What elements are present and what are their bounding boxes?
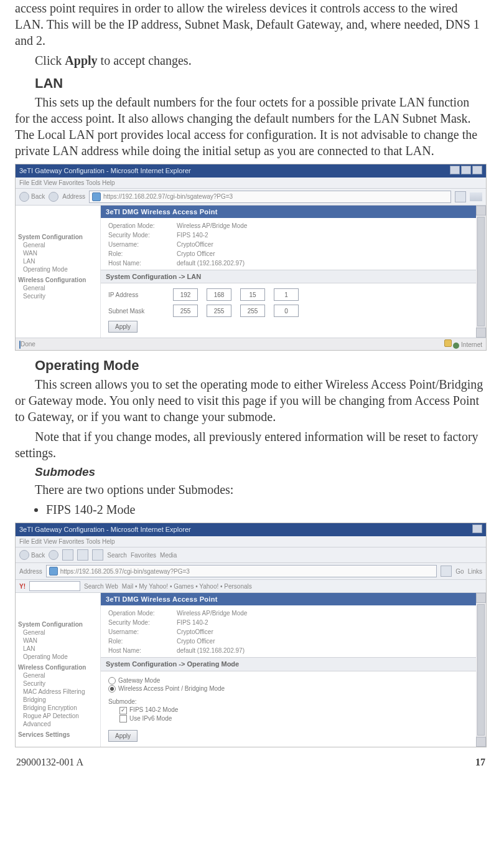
label: Gateway Mode bbox=[118, 677, 160, 684]
sidebar-item-opmode[interactable]: Operating Mode bbox=[23, 653, 98, 661]
lbl: Host Name: bbox=[108, 259, 177, 267]
sidebar-heading: Services Settings bbox=[18, 731, 98, 739]
stop-icon[interactable] bbox=[62, 549, 73, 561]
sidebar-item-wan[interactable]: WAN bbox=[23, 249, 98, 257]
refresh-icon[interactable] bbox=[77, 549, 88, 561]
nav-sidebar: 3e System Configuration General WAN LAN … bbox=[16, 593, 101, 747]
window-title: 3eTI Gateway Configuration - Microsoft I… bbox=[19, 166, 191, 175]
search-label[interactable]: Search bbox=[107, 551, 127, 559]
scrollbar[interactable] bbox=[476, 593, 486, 747]
ip-octet-2[interactable] bbox=[207, 288, 231, 301]
check-fips[interactable]: ✓FIPS 140-2 Mode bbox=[119, 706, 469, 714]
window-titlebar: 3eTI Gateway Configuration - Microsoft I… bbox=[16, 164, 486, 178]
sidebar-item-rogueap[interactable]: Rogue AP Detection bbox=[23, 712, 98, 720]
yahoo-icon[interactable]: Y! bbox=[19, 582, 26, 590]
screenshot-lan: 3eTI Gateway Configuration - Microsoft I… bbox=[15, 164, 487, 351]
links-label[interactable]: Links bbox=[468, 567, 482, 575]
lbl: Security Mode: bbox=[108, 618, 177, 627]
back-label: Back bbox=[31, 192, 45, 201]
back-button[interactable]: Back bbox=[19, 550, 45, 560]
home-icon[interactable] bbox=[92, 549, 103, 561]
yahoo-search-input[interactable] bbox=[29, 581, 80, 591]
go-label: Go bbox=[455, 567, 464, 575]
para-submodes: There are two options under Submodes: bbox=[15, 481, 487, 498]
forward-icon[interactable] bbox=[49, 550, 58, 560]
text: to accept changes. bbox=[98, 54, 192, 67]
sidebar-heading: System Configuration bbox=[18, 233, 98, 241]
mask-octet-4[interactable] bbox=[274, 305, 299, 317]
apply-button[interactable]: Apply bbox=[108, 321, 138, 333]
address-bar[interactable]: https://192.168.205.97/cgi-bin/sgateway?… bbox=[46, 565, 437, 577]
panel-title: System Configuration -> Operating Mode bbox=[101, 657, 476, 671]
sidebar-item-bridging[interactable]: Bridging bbox=[23, 696, 98, 704]
val: CryptoOfficer bbox=[177, 240, 469, 249]
yahoo-toolbar[interactable]: Y! Search Web Mail • My Yahoo! • Games •… bbox=[16, 580, 486, 593]
para-opmode-2: Note that if you change modes, all previ… bbox=[15, 429, 487, 461]
sidebar-item-wan[interactable]: WAN bbox=[23, 637, 98, 645]
sidebar-item-wgeneral[interactable]: General bbox=[23, 284, 98, 292]
para-1: access point requires in order to allow … bbox=[15, 0, 487, 49]
para-opmode-1: This screen allows you to set the operat… bbox=[15, 376, 487, 425]
window-buttons[interactable] bbox=[449, 166, 482, 176]
address-value: https://192.168.205.97/cgi-bin/sgateway?… bbox=[60, 567, 190, 575]
media-label[interactable]: Media bbox=[160, 551, 177, 559]
address-toolbar[interactable]: Address https://192.168.205.97/cgi-bin/s… bbox=[16, 563, 486, 580]
address-bar[interactable]: https://192.168.202.97/cgi-bin/sgateway?… bbox=[89, 191, 451, 203]
check-ipv6[interactable]: Use IPv6 Mode bbox=[119, 714, 469, 722]
lbl: Operation Mode: bbox=[108, 609, 177, 617]
label-mask: Subnet Mask bbox=[108, 307, 164, 315]
globe-icon bbox=[49, 567, 58, 575]
sidebar-item-advanced[interactable]: Advanced bbox=[23, 720, 98, 728]
lan-form: IP Address Subnet Mask bbox=[101, 283, 476, 338]
menu-bar[interactable]: File Edit View Favorites Tools Help bbox=[16, 178, 486, 189]
ie-throbber-icon bbox=[470, 192, 482, 201]
lock-icon bbox=[444, 339, 452, 347]
para-apply: Click Apply to accept changes. bbox=[15, 52, 487, 69]
sidebar-item-wsecurity[interactable]: Security bbox=[23, 680, 98, 688]
window-buttons[interactable] bbox=[471, 524, 482, 535]
sidebar-item-wsecurity[interactable]: Security bbox=[23, 292, 98, 300]
ip-octet-3[interactable] bbox=[240, 288, 265, 301]
lbl: Role: bbox=[108, 637, 177, 645]
sidebar-item-general[interactable]: General bbox=[23, 241, 98, 249]
status-right: Internet bbox=[444, 339, 482, 349]
sidebar-item-opmode[interactable]: Operating Mode bbox=[23, 265, 98, 273]
mask-octet-2[interactable] bbox=[207, 305, 231, 317]
status-left: Done bbox=[19, 340, 35, 349]
radio-wap[interactable]: Wireless Access Point / Bridging Mode bbox=[108, 684, 469, 693]
yahoo-search-label[interactable]: Search Web bbox=[84, 582, 118, 590]
status-bar: Done Internet bbox=[16, 338, 486, 350]
scrollbar[interactable] bbox=[476, 206, 486, 338]
mask-octet-1[interactable] bbox=[173, 305, 198, 317]
ip-octet-4[interactable] bbox=[274, 288, 299, 301]
address-value: https://192.168.202.97/cgi-bin/sgateway?… bbox=[103, 192, 233, 201]
sidebar-item-bridgeenc[interactable]: Bridging Encryption bbox=[23, 704, 98, 712]
nav-toolbar[interactable]: Back Address https://192.168.202.97/cgi-… bbox=[16, 189, 486, 206]
sidebar-item-wgeneral[interactable]: General bbox=[23, 671, 98, 680]
sidebar-item-lan[interactable]: LAN bbox=[23, 257, 98, 265]
mask-octet-3[interactable] bbox=[240, 305, 265, 317]
product-header: 3eTI DMG Wireless Access Point bbox=[101, 206, 476, 218]
val: default (192.168.202.97) bbox=[177, 646, 469, 655]
forward-icon[interactable] bbox=[49, 192, 58, 202]
address-label: Address bbox=[19, 567, 42, 575]
yahoo-links[interactable]: Mail • My Yahoo! • Games • Yahoo! • Pers… bbox=[122, 582, 252, 590]
favorites-label[interactable]: Favorites bbox=[131, 551, 156, 559]
menu-bar[interactable]: File Edit View Favorites Tools Help bbox=[16, 536, 486, 547]
ip-octet-1[interactable] bbox=[173, 288, 198, 301]
sidebar-item-general[interactable]: General bbox=[23, 628, 98, 637]
sidebar-item-macfilter[interactable]: MAC Address Filtering bbox=[23, 688, 98, 696]
nav-toolbar[interactable]: Back Search Favorites Media bbox=[16, 547, 486, 563]
radio-gateway[interactable]: Gateway Mode bbox=[108, 676, 469, 684]
back-button[interactable]: Back bbox=[19, 192, 45, 202]
apply-button[interactable]: Apply bbox=[108, 730, 138, 742]
val: Crypto Officer bbox=[177, 250, 469, 258]
val: Wireless AP/Bridge Mode bbox=[177, 222, 469, 230]
product-header: 3eTI DMG Wireless Access Point bbox=[101, 593, 476, 605]
sidebar-item-lan[interactable]: LAN bbox=[23, 645, 98, 653]
go-button[interactable] bbox=[455, 191, 466, 202]
opmode-form: Gateway Mode Wireless Access Point / Bri… bbox=[101, 671, 476, 747]
logo-3e: 3e bbox=[0, 595, 12, 619]
sidebar-heading: Wireless Configuration bbox=[18, 663, 98, 671]
go-button[interactable] bbox=[441, 566, 452, 577]
